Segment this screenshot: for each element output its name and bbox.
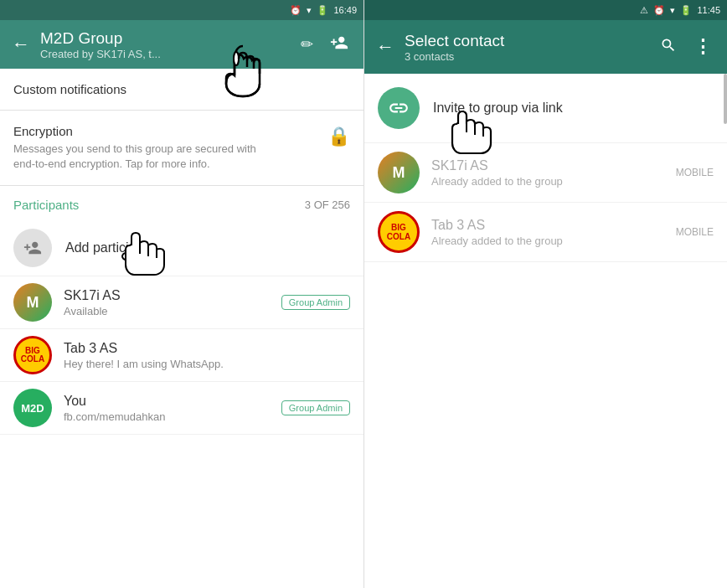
avatar-you: M2D	[13, 389, 52, 427]
select-contact-title: Select contact	[405, 32, 647, 50]
contact-status-sk17i: Already added to the group	[431, 175, 664, 188]
participant-row-you[interactable]: M2D You fb.com/memudahkan Group Admin	[0, 382, 364, 435]
contact-name-tab3: Tab 3 AS	[431, 218, 664, 233]
battery-icon: 🔋	[317, 5, 328, 16]
encryption-title: Encryption	[13, 124, 265, 138]
contact-info-sk17i: SK17i AS Already added to the group	[431, 158, 664, 188]
contacts-count: 3 contacts	[405, 50, 647, 63]
add-participant-text: Add participant...	[65, 240, 166, 255]
right-content: Invite to group via link M SK17i AS Alre…	[364, 74, 727, 588]
encryption-section[interactable]: Encryption Messages you send to this gro…	[0, 111, 364, 186]
contact-avatar-sk17i: M	[378, 152, 420, 193]
back-button-left[interactable]: ←	[12, 34, 30, 55]
group-title-block: M2D Group Created by SK17i AS, t...	[40, 29, 287, 60]
participant-info-you: You fb.com/memudahkan	[64, 394, 270, 423]
wifi-icon-right: ▾	[670, 5, 675, 16]
left-panel: ⏰ ▾ 🔋 16:49 ← M2D Group Created by SK17i…	[0, 0, 364, 588]
alarm-icon: ⏰	[290, 5, 302, 16]
lock-icon: 🔒	[327, 126, 350, 147]
contact-status-tab3: Already added to the group	[431, 235, 664, 247]
invite-text: Invite to group via link	[433, 101, 563, 116]
invite-row[interactable]: Invite to group via link	[364, 74, 727, 143]
avatar-sk17i: M	[13, 283, 52, 322]
time-left: 16:49	[333, 5, 357, 15]
custom-notifications-label: Custom notifications	[13, 82, 350, 96]
contact-avatar-tab3: BIGCOLA	[378, 211, 420, 253]
participant-status-sk17i: Available	[64, 305, 270, 317]
contact-info-tab3: Tab 3 AS Already added to the group	[431, 218, 664, 247]
mobile-label-tab3: MOBILE	[676, 226, 714, 238]
group-title: M2D Group	[40, 29, 287, 48]
participant-status-you: fb.com/memudahkan	[64, 410, 270, 423]
left-content: Custom notifications Encryption Messages…	[0, 69, 364, 588]
contact-row-sk17i[interactable]: M SK17i AS Already added to the group MO…	[364, 143, 727, 203]
battery-icon-right: 🔋	[680, 5, 692, 16]
avatar-tab3: BIGCOLA	[13, 336, 52, 374]
participant-info-sk17i: SK17i AS Available	[64, 288, 270, 317]
participant-name-you: You	[64, 394, 270, 409]
right-panel: ⚠ ⏰ ▾ 🔋 11:45 ← Select contact 3 contact…	[364, 0, 727, 588]
mobile-label-sk17i: MOBILE	[676, 167, 714, 178]
participant-row-tab3[interactable]: BIGCOLA Tab 3 AS Hey there! I am using W…	[0, 329, 364, 382]
participants-label: Participants	[13, 198, 79, 212]
contact-row-tab3[interactable]: BIGCOLA Tab 3 AS Already added to the gr…	[364, 203, 727, 262]
wifi-icon: ▾	[307, 5, 312, 16]
alarm-icon-right: ⏰	[653, 5, 665, 16]
add-participant-row[interactable]: Add participant...	[0, 220, 364, 276]
add-person-button[interactable]	[327, 30, 352, 59]
custom-notifications-section[interactable]: Custom notifications	[0, 69, 364, 111]
time-right: 11:45	[697, 5, 720, 15]
participant-row-sk17i[interactable]: M SK17i AS Available Group Admin	[0, 276, 364, 329]
edit-button[interactable]: ✏	[297, 32, 317, 57]
status-bar-left: ⏰ ▾ 🔋 16:49	[0, 0, 364, 20]
alert-icon-right: ⚠	[640, 5, 648, 16]
group-subtitle: Created by SK17i AS, t...	[40, 48, 287, 60]
add-participant-icon	[13, 229, 52, 267]
participant-name-tab3: Tab 3 AS	[64, 341, 350, 356]
participants-count: 3 OF 256	[305, 199, 350, 211]
participant-name-sk17i: SK17i AS	[64, 288, 270, 303]
encryption-desc: Messages you send to this group are secu…	[13, 142, 265, 172]
status-bar-right: ⚠ ⏰ ▾ 🔋 11:45	[364, 0, 727, 20]
participants-header: Participants 3 OF 256	[0, 186, 364, 220]
select-contact-title-block: Select contact 3 contacts	[405, 32, 647, 63]
contact-name-sk17i: SK17i AS	[431, 158, 664, 173]
invite-link-avatar	[378, 87, 420, 129]
toolbar-right: ← Select contact 3 contacts ⋮	[364, 20, 727, 74]
toolbar-left: ← M2D Group Created by SK17i AS, t... ✏	[0, 20, 364, 69]
participant-info-tab3: Tab 3 AS Hey there! I am using WhatsApp.	[64, 341, 350, 370]
admin-badge-sk17i: Group Admin	[281, 295, 350, 310]
back-button-right[interactable]: ←	[376, 36, 394, 58]
encryption-text-block: Encryption Messages you send to this gro…	[13, 124, 265, 172]
participant-status-tab3: Hey there! I am using WhatsApp.	[64, 358, 350, 370]
more-options-button[interactable]: ⋮	[690, 33, 715, 61]
search-button[interactable]	[657, 34, 680, 61]
admin-badge-you: Group Admin	[281, 400, 350, 415]
